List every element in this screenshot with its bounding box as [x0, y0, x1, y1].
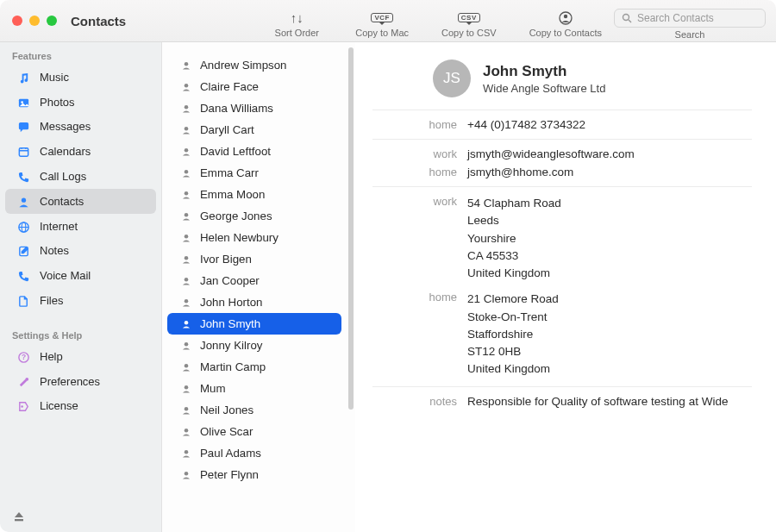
contact-row-name: Mum — [200, 382, 226, 395]
internet-icon — [16, 219, 31, 234]
contact-row[interactable]: George Jones — [167, 205, 341, 227]
contact-row[interactable]: John Smyth — [167, 313, 341, 335]
minimize-window-button[interactable] — [29, 16, 40, 26]
sidebar-item-contacts[interactable]: Contacts — [5, 189, 156, 214]
email-work-value[interactable]: jsmyth@wideanglesoftware.com — [467, 147, 635, 160]
contact-row[interactable]: David Leftfoot — [167, 141, 341, 162]
contact-row[interactable]: Jonny Kilroy — [167, 335, 341, 356]
contact-row[interactable]: Dana Williams — [167, 97, 341, 119]
contact-list[interactable]: Andrew SimpsonClaire FaceDana WilliamsDa… — [162, 42, 347, 532]
field-label-email-home: home — [364, 166, 467, 178]
person-icon — [181, 383, 191, 395]
sidebar-item-music[interactable]: Music — [5, 65, 156, 90]
svg-point-34 — [185, 364, 189, 368]
search-label: Search — [675, 29, 705, 40]
sidebar-item-label: License — [40, 399, 78, 412]
contact-row[interactable]: Emma Carr — [167, 162, 341, 184]
sort-order-label: Sort Order — [275, 28, 319, 38]
contact-row[interactable]: Ivor Bigen — [167, 248, 341, 270]
field-label-addr-home: home — [364, 291, 467, 378]
contact-row[interactable]: Martin Camp — [167, 356, 341, 378]
sidebar-item-voice-mail[interactable]: Voice Mail — [5, 263, 156, 288]
sidebar-item-internet[interactable]: Internet — [5, 214, 156, 239]
copy-to-mac-button[interactable]: VCF Copy to Mac — [355, 4, 409, 38]
sidebar-item-files[interactable]: Files — [5, 288, 156, 313]
svg-point-21 — [185, 84, 189, 88]
sidebar-item-label: Preferences — [40, 375, 100, 388]
close-window-button[interactable] — [12, 16, 22, 26]
sidebar-item-notes[interactable]: Notes — [5, 239, 156, 264]
person-icon — [181, 253, 191, 266]
svg-text:?: ? — [21, 353, 25, 361]
sort-order-button[interactable]: ↑↓ Sort Order — [271, 4, 322, 38]
svg-point-24 — [185, 148, 189, 153]
search-field[interactable] — [614, 9, 766, 28]
fullscreen-window-button[interactable] — [47, 16, 57, 26]
avatar: JS — [433, 59, 471, 97]
sidebar-item-calendars[interactable]: Calendars — [5, 139, 156, 164]
scrollbar[interactable] — [348, 47, 354, 410]
person-icon — [181, 232, 191, 244]
contact-row[interactable]: Andrew Simpson — [167, 54, 341, 76]
svg-point-23 — [185, 127, 189, 131]
contact-row[interactable]: Mum — [167, 378, 341, 399]
person-icon — [181, 361, 191, 373]
contact-row-name: Jonny Kilroy — [200, 339, 262, 352]
sidebar-item-photos[interactable]: Photos — [5, 90, 156, 115]
call-logs-icon — [16, 169, 31, 184]
main-area: Features MusicPhotosMessagesCalendarsCal… — [0, 42, 776, 532]
svg-point-26 — [185, 191, 189, 196]
person-icon — [181, 426, 191, 438]
person-icon — [181, 59, 191, 72]
svg-rect-19 — [15, 519, 23, 521]
eject-button[interactable] — [0, 500, 161, 532]
person-icon — [181, 124, 191, 136]
contact-row[interactable]: Claire Face — [167, 76, 341, 97]
contact-row[interactable]: Neil Jones — [167, 399, 341, 421]
email-home-value[interactable]: jsmyth@hhome.com — [467, 166, 573, 178]
contact-row[interactable]: Daryll Cart — [167, 119, 341, 141]
field-label-notes: notes — [364, 395, 467, 408]
field-label-phone-home: home — [364, 118, 467, 131]
address-work-value[interactable]: 54 Clapham RoadLeedsYourshireCA 45533Uni… — [467, 195, 561, 282]
svg-point-33 — [185, 342, 189, 347]
sidebar-item-preferences[interactable]: Preferences — [5, 369, 156, 394]
contact-row-name: Emma Moon — [200, 188, 265, 201]
svg-point-27 — [185, 213, 189, 217]
contact-row[interactable]: Olive Scar — [167, 421, 341, 442]
contact-row-name: Jan Cooper — [200, 274, 260, 287]
search-input[interactable] — [637, 12, 758, 24]
notes-icon — [16, 244, 31, 259]
sidebar-item-label: Messages — [40, 120, 91, 133]
address-home-value[interactable]: 21 Clemore RoadStoke-On-TrentStaffordshi… — [467, 291, 559, 378]
phone-home-value[interactable]: +44 (0)17482 3734322 — [467, 118, 585, 131]
svg-point-2 — [623, 15, 629, 21]
sidebar-item-license[interactable]: License — [5, 394, 156, 419]
sidebar-item-messages[interactable]: Messages — [5, 115, 156, 140]
copy-to-csv-button[interactable]: CSV Copy to CSV — [441, 4, 497, 38]
sidebar-item-help[interactable]: ?Help — [5, 344, 156, 369]
person-icon — [181, 103, 191, 115]
contact-row-name: Olive Scar — [200, 425, 253, 438]
contact-row[interactable]: Emma Moon — [167, 184, 341, 205]
contact-row[interactable]: Jan Cooper — [167, 270, 341, 291]
contact-row[interactable]: John Horton — [167, 291, 341, 313]
contact-row[interactable]: Paul Adams — [167, 442, 341, 464]
copy-to-contacts-button[interactable]: Copy to Contacts — [529, 4, 602, 38]
svg-point-20 — [185, 62, 189, 66]
notes-value[interactable]: Responsible for Quality of software test… — [467, 395, 728, 408]
contact-row[interactable]: Peter Flynn — [167, 464, 341, 485]
sidebar-item-call-logs[interactable]: Call Logs — [5, 164, 156, 189]
sidebar-item-label: Internet — [40, 220, 78, 233]
vcf-icon: VCF — [371, 10, 393, 26]
help-icon: ? — [16, 349, 31, 364]
person-icon — [181, 469, 191, 481]
license-icon — [16, 399, 31, 414]
svg-point-31 — [185, 299, 189, 304]
calendars-icon — [16, 144, 31, 159]
contact-row[interactable]: Helen Newbury — [167, 227, 341, 248]
contact-row-name: Ivor Bigen — [200, 253, 252, 266]
preferences-icon — [16, 374, 31, 389]
sidebar-item-label: Files — [40, 294, 63, 307]
svg-point-17 — [25, 377, 28, 380]
